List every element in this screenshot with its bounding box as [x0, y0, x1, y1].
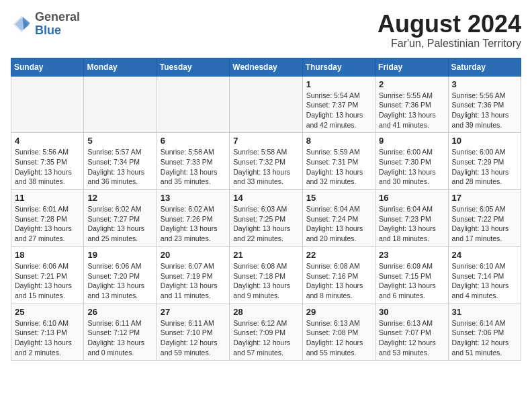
calendar-cell: 10Sunrise: 6:00 AM Sunset: 7:29 PM Dayli… — [448, 133, 521, 190]
calendar-cell: 11Sunrise: 6:01 AM Sunset: 7:28 PM Dayli… — [11, 190, 84, 247]
day-number: 31 — [452, 307, 517, 317]
day-number: 24 — [452, 250, 517, 260]
day-number: 25 — [15, 307, 80, 317]
day-info: Sunrise: 6:08 AM Sunset: 7:18 PM Dayligh… — [233, 261, 298, 301]
day-number: 17 — [452, 193, 517, 203]
day-info: Sunrise: 6:02 AM Sunset: 7:27 PM Dayligh… — [87, 204, 152, 244]
day-info: Sunrise: 5:57 AM Sunset: 7:34 PM Dayligh… — [87, 147, 152, 187]
calendar-week-row: 18Sunrise: 6:06 AM Sunset: 7:21 PM Dayli… — [11, 246, 521, 304]
calendar-cell: 20Sunrise: 6:07 AM Sunset: 7:19 PM Dayli… — [157, 246, 229, 304]
day-info: Sunrise: 6:10 AM Sunset: 7:14 PM Dayligh… — [452, 261, 517, 301]
day-number: 12 — [87, 193, 152, 203]
location-subtitle: Far'un, Palestinian Territory — [378, 38, 521, 50]
month-year-title: August 2024 — [378, 11, 521, 38]
calendar-cell: 12Sunrise: 6:02 AM Sunset: 7:27 PM Dayli… — [84, 190, 157, 247]
calendar-week-row: 25Sunrise: 6:10 AM Sunset: 7:13 PM Dayli… — [11, 304, 521, 361]
calendar-cell: 22Sunrise: 6:08 AM Sunset: 7:16 PM Dayli… — [302, 246, 375, 304]
calendar-cell: 25Sunrise: 6:10 AM Sunset: 7:13 PM Dayli… — [11, 304, 84, 361]
calendar-cell: 3Sunrise: 5:56 AM Sunset: 7:36 PM Daylig… — [448, 76, 521, 133]
day-info: Sunrise: 5:59 AM Sunset: 7:31 PM Dayligh… — [306, 147, 371, 187]
calendar-cell: 26Sunrise: 6:11 AM Sunset: 7:12 PM Dayli… — [84, 304, 157, 361]
calendar-cell: 1Sunrise: 5:54 AM Sunset: 7:37 PM Daylig… — [302, 76, 375, 133]
day-info: Sunrise: 6:11 AM Sunset: 7:12 PM Dayligh… — [87, 318, 152, 358]
day-info: Sunrise: 6:10 AM Sunset: 7:13 PM Dayligh… — [15, 318, 80, 358]
col-header-tuesday: Tuesday — [157, 58, 229, 76]
calendar-cell: 31Sunrise: 6:14 AM Sunset: 7:06 PM Dayli… — [448, 304, 521, 361]
day-info: Sunrise: 6:11 AM Sunset: 7:10 PM Dayligh… — [161, 318, 226, 358]
day-number: 14 — [233, 193, 298, 203]
calendar-cell — [84, 76, 157, 133]
calendar-cell: 23Sunrise: 6:09 AM Sunset: 7:15 PM Dayli… — [375, 246, 448, 304]
calendar-cell: 13Sunrise: 6:02 AM Sunset: 7:26 PM Dayli… — [157, 190, 229, 247]
day-info: Sunrise: 6:00 AM Sunset: 7:29 PM Dayligh… — [452, 147, 517, 187]
day-number: 3 — [452, 79, 517, 89]
title-block: August 2024 Far'un, Palestinian Territor… — [378, 11, 521, 50]
calendar-cell — [157, 76, 229, 133]
day-number: 11 — [15, 193, 80, 203]
col-header-thursday: Thursday — [302, 58, 375, 76]
day-info: Sunrise: 5:58 AM Sunset: 7:33 PM Dayligh… — [161, 147, 226, 187]
day-info: Sunrise: 6:01 AM Sunset: 7:28 PM Dayligh… — [15, 204, 80, 244]
col-header-sunday: Sunday — [11, 58, 84, 76]
day-number: 18 — [15, 250, 80, 260]
day-info: Sunrise: 5:56 AM Sunset: 7:35 PM Dayligh… — [15, 147, 80, 187]
day-number: 29 — [306, 307, 371, 317]
day-number: 6 — [161, 136, 226, 146]
day-info: Sunrise: 6:14 AM Sunset: 7:06 PM Dayligh… — [452, 318, 517, 358]
day-info: Sunrise: 6:04 AM Sunset: 7:23 PM Dayligh… — [379, 204, 444, 244]
day-number: 22 — [306, 250, 371, 260]
day-number: 26 — [87, 307, 152, 317]
calendar-cell: 28Sunrise: 6:12 AM Sunset: 7:09 PM Dayli… — [230, 304, 302, 361]
day-number: 28 — [233, 307, 298, 317]
day-number: 19 — [87, 250, 152, 260]
day-number: 30 — [379, 307, 444, 317]
calendar-cell: 19Sunrise: 6:06 AM Sunset: 7:20 PM Dayli… — [84, 246, 157, 304]
calendar-table: SundayMondayTuesdayWednesdayThursdayFrid… — [11, 58, 521, 361]
day-number: 16 — [379, 193, 444, 203]
day-info: Sunrise: 6:02 AM Sunset: 7:26 PM Dayligh… — [161, 204, 226, 244]
calendar-week-row: 1Sunrise: 5:54 AM Sunset: 7:37 PM Daylig… — [11, 76, 521, 133]
day-number: 8 — [306, 136, 371, 146]
day-number: 20 — [161, 250, 226, 260]
day-number: 2 — [379, 79, 444, 89]
day-info: Sunrise: 6:07 AM Sunset: 7:19 PM Dayligh… — [161, 261, 226, 301]
day-info: Sunrise: 5:54 AM Sunset: 7:37 PM Dayligh… — [306, 91, 371, 130]
day-info: Sunrise: 6:06 AM Sunset: 7:21 PM Dayligh… — [15, 261, 80, 301]
logo-blue-text: Blue — [35, 24, 80, 38]
day-number: 1 — [306, 79, 371, 89]
calendar-cell: 7Sunrise: 5:58 AM Sunset: 7:32 PM Daylig… — [230, 133, 302, 190]
logo-general-text: General — [35, 11, 80, 24]
calendar-cell: 4Sunrise: 5:56 AM Sunset: 7:35 PM Daylig… — [11, 133, 84, 190]
calendar-cell: 6Sunrise: 5:58 AM Sunset: 7:33 PM Daylig… — [157, 133, 229, 190]
calendar-cell: 30Sunrise: 6:13 AM Sunset: 7:07 PM Dayli… — [375, 304, 448, 361]
calendar-cell — [230, 76, 302, 133]
calendar-cell: 5Sunrise: 5:57 AM Sunset: 7:34 PM Daylig… — [84, 133, 157, 190]
day-info: Sunrise: 6:00 AM Sunset: 7:30 PM Dayligh… — [379, 147, 444, 187]
calendar-cell: 29Sunrise: 6:13 AM Sunset: 7:08 PM Dayli… — [302, 304, 375, 361]
calendar-cell: 17Sunrise: 6:05 AM Sunset: 7:22 PM Dayli… — [448, 190, 521, 247]
col-header-friday: Friday — [375, 58, 448, 76]
day-info: Sunrise: 6:05 AM Sunset: 7:22 PM Dayligh… — [452, 204, 517, 244]
calendar-header-row: SundayMondayTuesdayWednesdayThursdayFrid… — [11, 58, 521, 76]
day-info: Sunrise: 6:06 AM Sunset: 7:20 PM Dayligh… — [87, 261, 152, 301]
day-number: 7 — [233, 136, 298, 146]
calendar-cell: 14Sunrise: 6:03 AM Sunset: 7:25 PM Dayli… — [230, 190, 302, 247]
day-info: Sunrise: 5:58 AM Sunset: 7:32 PM Dayligh… — [233, 147, 298, 187]
logo-icon — [11, 13, 32, 35]
calendar-cell — [11, 76, 84, 133]
day-info: Sunrise: 6:12 AM Sunset: 7:09 PM Dayligh… — [233, 318, 298, 358]
day-info: Sunrise: 6:08 AM Sunset: 7:16 PM Dayligh… — [306, 261, 371, 301]
day-number: 21 — [233, 250, 298, 260]
calendar-week-row: 11Sunrise: 6:01 AM Sunset: 7:28 PM Dayli… — [11, 190, 521, 247]
day-info: Sunrise: 5:55 AM Sunset: 7:36 PM Dayligh… — [379, 91, 444, 130]
logo: General Blue — [11, 11, 80, 38]
calendar-cell: 9Sunrise: 6:00 AM Sunset: 7:30 PM Daylig… — [375, 133, 448, 190]
day-info: Sunrise: 6:13 AM Sunset: 7:07 PM Dayligh… — [379, 318, 444, 358]
day-info: Sunrise: 6:09 AM Sunset: 7:15 PM Dayligh… — [379, 261, 444, 301]
day-number: 15 — [306, 193, 371, 203]
calendar-cell: 24Sunrise: 6:10 AM Sunset: 7:14 PM Dayli… — [448, 246, 521, 304]
day-number: 4 — [15, 136, 80, 146]
calendar-cell: 18Sunrise: 6:06 AM Sunset: 7:21 PM Dayli… — [11, 246, 84, 304]
day-number: 27 — [161, 307, 226, 317]
day-number: 10 — [452, 136, 517, 146]
